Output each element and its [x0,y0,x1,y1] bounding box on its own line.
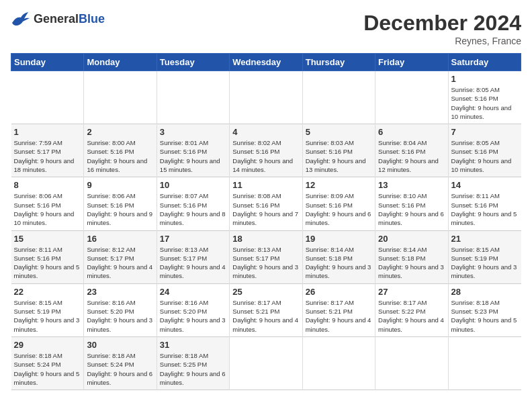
day-number: 19 [306,234,372,244]
location: Reynes, France [363,36,521,46]
table-cell [302,71,375,124]
table-cell: 9Sunrise: 8:06 AMSunset: 5:16 PMDaylight… [84,177,157,230]
table-cell: 29Sunrise: 8:18 AMSunset: 5:24 PMDayligh… [11,336,84,390]
calendar-table: Sunday Monday Tuesday Wednesday Thursday… [11,53,521,390]
day-number: 15 [14,234,81,244]
day-info: Sunrise: 8:18 AMSunset: 5:25 PMDaylight:… [160,352,226,386]
day-number: 28 [451,287,519,297]
day-info: Sunrise: 8:06 AMSunset: 5:16 PMDaylight:… [14,192,75,226]
logo: GeneralBlue [11,11,105,27]
table-cell: 19Sunrise: 8:14 AMSunset: 5:18 PMDayligh… [302,230,375,283]
day-number: 14 [451,180,519,190]
day-info: Sunrise: 8:18 AMSunset: 5:24 PMDaylight:… [14,352,80,386]
day-number: 4 [232,127,299,137]
day-info: Sunrise: 8:08 AMSunset: 5:16 PMDaylight:… [232,192,298,226]
calendar-row: 15Sunrise: 8:11 AMSunset: 5:16 PMDayligh… [11,230,521,283]
table-cell: 27Sunrise: 8:17 AMSunset: 5:22 PMDayligh… [375,283,448,336]
day-number: 1 [14,127,81,137]
day-number: 31 [160,340,226,350]
month-title: December 2024 [363,11,521,36]
table-cell: 2Sunrise: 8:00 AMSunset: 5:16 PMDaylight… [84,124,157,177]
table-cell: 7Sunrise: 8:05 AMSunset: 5:16 PMDaylight… [448,124,521,177]
day-info: Sunrise: 8:18 AMSunset: 5:23 PMDaylight:… [451,299,517,333]
day-info: Sunrise: 8:17 AMSunset: 5:21 PMDaylight:… [232,299,298,333]
col-sunday: Sunday [11,54,84,71]
day-info: Sunrise: 8:17 AMSunset: 5:22 PMDaylight:… [378,299,444,333]
day-number: 10 [160,180,226,190]
table-cell: 15Sunrise: 8:11 AMSunset: 5:16 PMDayligh… [11,230,84,283]
title-block: December 2024 Reynes, France [363,11,521,46]
day-info: Sunrise: 8:06 AMSunset: 5:16 PMDaylight:… [87,192,152,226]
table-cell [375,71,448,124]
day-info: Sunrise: 8:04 AMSunset: 5:16 PMDaylight:… [378,139,439,173]
col-wednesday: Wednesday [230,54,302,71]
table-cell: 30Sunrise: 8:18 AMSunset: 5:24 PMDayligh… [84,336,157,390]
day-number: 18 [232,234,299,244]
day-number: 1 [451,74,519,84]
col-thursday: Thursday [302,54,375,71]
day-info: Sunrise: 8:14 AMSunset: 5:18 PMDaylight:… [378,246,444,280]
day-info: Sunrise: 8:16 AMSunset: 5:20 PMDaylight:… [160,299,226,333]
logo-general: General [34,12,79,26]
day-info: Sunrise: 7:59 AMSunset: 5:17 PMDaylight:… [14,139,75,173]
day-number: 26 [306,287,372,297]
day-info: Sunrise: 8:00 AMSunset: 5:16 PMDaylight:… [87,139,147,173]
table-cell: 11Sunrise: 8:08 AMSunset: 5:16 PMDayligh… [230,177,302,230]
table-cell [157,71,229,124]
day-number: 24 [160,287,226,297]
day-info: Sunrise: 8:05 AMSunset: 5:16 PMDaylight:… [451,139,512,173]
logo-blue: Blue [79,12,105,26]
day-info: Sunrise: 8:18 AMSunset: 5:24 PMDaylight:… [87,352,152,386]
day-info: Sunrise: 8:15 AMSunset: 5:19 PMDaylight:… [14,299,80,333]
day-number: 23 [87,287,153,297]
day-info: Sunrise: 8:17 AMSunset: 5:21 PMDaylight:… [306,299,371,333]
day-info: Sunrise: 8:13 AMSunset: 5:17 PMDaylight:… [160,246,226,280]
col-friday: Friday [375,54,448,71]
day-number: 20 [378,234,445,244]
table-cell [375,336,448,390]
day-number: 30 [87,340,153,350]
day-info: Sunrise: 8:02 AMSunset: 5:16 PMDaylight:… [232,139,293,173]
day-info: Sunrise: 8:11 AMSunset: 5:16 PMDaylight:… [451,192,517,226]
table-cell: 31Sunrise: 8:18 AMSunset: 5:25 PMDayligh… [157,336,229,390]
table-cell: 13Sunrise: 8:10 AMSunset: 5:16 PMDayligh… [375,177,448,230]
table-cell [230,71,302,124]
day-info: Sunrise: 8:10 AMSunset: 5:16 PMDaylight:… [378,192,444,226]
logo-text: GeneralBlue [34,12,105,26]
table-cell [84,71,157,124]
day-number: 22 [14,287,81,297]
day-number: 25 [232,287,299,297]
calendar-header-row: Sunday Monday Tuesday Wednesday Thursday… [11,54,521,71]
table-cell: 1Sunrise: 8:05 AMSunset: 5:16 PMDaylight… [448,71,521,124]
table-cell: 1Sunrise: 7:59 AMSunset: 5:17 PMDaylight… [11,124,84,177]
table-cell: 18Sunrise: 8:13 AMSunset: 5:17 PMDayligh… [230,230,302,283]
table-cell: 8Sunrise: 8:06 AMSunset: 5:16 PMDaylight… [11,177,84,230]
day-info: Sunrise: 8:03 AMSunset: 5:16 PMDaylight:… [306,139,366,173]
day-info: Sunrise: 8:05 AMSunset: 5:16 PMDaylight:… [451,86,512,120]
table-cell: 25Sunrise: 8:17 AMSunset: 5:21 PMDayligh… [230,283,302,336]
table-cell: 16Sunrise: 8:12 AMSunset: 5:17 PMDayligh… [84,230,157,283]
table-cell [448,336,521,390]
calendar-row: 1Sunrise: 8:05 AMSunset: 5:16 PMDaylight… [11,71,521,124]
col-monday: Monday [84,54,157,71]
day-info: Sunrise: 8:15 AMSunset: 5:19 PMDaylight:… [451,246,517,280]
table-cell: 6Sunrise: 8:04 AMSunset: 5:16 PMDaylight… [375,124,448,177]
day-number: 2 [87,127,153,137]
logo-icon [11,11,31,27]
table-cell: 3Sunrise: 8:01 AMSunset: 5:16 PMDaylight… [157,124,229,177]
day-number: 7 [451,127,519,137]
day-info: Sunrise: 8:14 AMSunset: 5:18 PMDaylight:… [306,246,371,280]
table-cell: 24Sunrise: 8:16 AMSunset: 5:20 PMDayligh… [157,283,229,336]
table-cell: 23Sunrise: 8:16 AMSunset: 5:20 PMDayligh… [84,283,157,336]
calendar-row: 8Sunrise: 8:06 AMSunset: 5:16 PMDaylight… [11,177,521,230]
table-cell [11,71,84,124]
table-cell [230,336,302,390]
day-number: 13 [378,180,445,190]
table-cell: 20Sunrise: 8:14 AMSunset: 5:18 PMDayligh… [375,230,448,283]
table-cell: 14Sunrise: 8:11 AMSunset: 5:16 PMDayligh… [448,177,521,230]
day-info: Sunrise: 8:01 AMSunset: 5:16 PMDaylight:… [160,139,220,173]
day-info: Sunrise: 8:12 AMSunset: 5:17 PMDaylight:… [87,246,152,280]
table-cell: 21Sunrise: 8:15 AMSunset: 5:19 PMDayligh… [448,230,521,283]
day-number: 8 [14,180,81,190]
table-cell: 10Sunrise: 8:07 AMSunset: 5:16 PMDayligh… [157,177,229,230]
